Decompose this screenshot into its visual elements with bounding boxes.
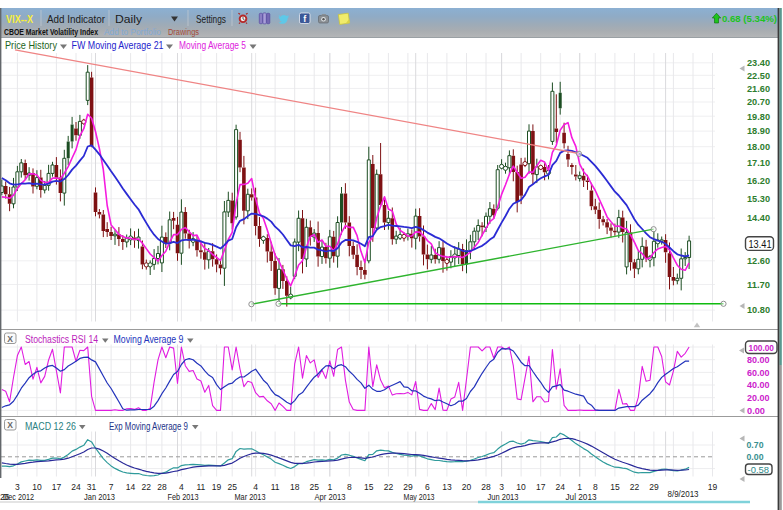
svg-text:X: X [7, 334, 13, 344]
svg-text:7: 7 [109, 482, 114, 492]
svg-text:40.00: 40.00 [747, 379, 770, 390]
svg-text:Mar 2013: Mar 2013 [235, 492, 266, 502]
svg-text:17: 17 [52, 482, 62, 492]
svg-text:CBOE Market Volatility Index: CBOE Market Volatility Index [4, 27, 98, 37]
svg-text:0.00: 0.00 [747, 452, 764, 462]
svg-text:6: 6 [425, 482, 430, 492]
svg-text:26: 26 [0, 492, 10, 502]
svg-text:10: 10 [32, 482, 42, 492]
svg-text:10.80: 10.80 [747, 304, 770, 315]
svg-text:Stochastics RSI 14: Stochastics RSI 14 [25, 334, 98, 345]
svg-text:Price History: Price History [5, 39, 57, 51]
svg-text:12.60: 12.60 [747, 255, 770, 266]
svg-text:22: 22 [630, 482, 640, 492]
svg-text:20: 20 [462, 482, 472, 492]
svg-text:4: 4 [179, 482, 184, 492]
svg-text:19: 19 [708, 482, 718, 492]
svg-text:FW Moving Average 21: FW Moving Average 21 [72, 39, 164, 51]
svg-text:-0.58: -0.58 [748, 465, 770, 475]
svg-text:20.70: 20.70 [747, 96, 770, 107]
svg-text:24: 24 [71, 482, 81, 492]
svg-text:22: 22 [384, 482, 394, 492]
svg-text:60.00: 60.00 [747, 367, 770, 378]
svg-text:23.40: 23.40 [747, 57, 770, 68]
svg-text:15: 15 [364, 482, 374, 492]
svg-text:1: 1 [327, 482, 332, 492]
svg-text:Add Indicator: Add Indicator [47, 13, 105, 25]
svg-text:18: 18 [290, 482, 300, 492]
svg-text:Settings: Settings [196, 13, 226, 25]
svg-text:28: 28 [481, 482, 491, 492]
svg-text:3: 3 [15, 482, 20, 492]
svg-text:15: 15 [610, 482, 620, 492]
svg-text:25: 25 [227, 482, 237, 492]
svg-text:17: 17 [536, 482, 546, 492]
svg-text:8: 8 [593, 482, 598, 492]
svg-text:Daily: Daily [115, 13, 143, 25]
svg-text:X: X [7, 420, 13, 430]
svg-text:13: 13 [442, 482, 452, 492]
svg-text:16.20: 16.20 [747, 175, 770, 186]
svg-text:20.00: 20.00 [747, 392, 770, 403]
svg-text:Drawings: Drawings [168, 27, 199, 37]
svg-text:14: 14 [126, 482, 136, 492]
svg-text:Apr 2013: Apr 2013 [315, 492, 346, 502]
svg-text:Moving Average 9: Moving Average 9 [114, 334, 184, 345]
svg-text:19.80: 19.80 [747, 111, 770, 122]
svg-text:Jul 2013: Jul 2013 [566, 492, 597, 502]
svg-text:1: 1 [577, 482, 582, 492]
svg-text:0.00: 0.00 [747, 405, 765, 416]
svg-text:22.50: 22.50 [747, 70, 770, 81]
svg-text:29: 29 [403, 482, 413, 492]
svg-text:Exp Moving Average 9: Exp Moving Average 9 [109, 421, 188, 432]
svg-text:15.30: 15.30 [747, 193, 770, 204]
svg-text:13.41: 13.41 [749, 239, 772, 250]
svg-text:100.00: 100.00 [749, 342, 775, 353]
svg-text:8: 8 [347, 482, 352, 492]
svg-text:25: 25 [309, 482, 319, 492]
svg-text:14.40: 14.40 [747, 212, 770, 223]
svg-text:VIX--X: VIX--X [6, 13, 34, 25]
svg-text:18.00: 18.00 [747, 141, 770, 152]
svg-text:11: 11 [271, 482, 280, 492]
svg-text:11: 11 [196, 482, 205, 492]
svg-text:21.60: 21.60 [747, 83, 770, 94]
svg-text:Moving Average 5: Moving Average 5 [179, 39, 246, 51]
svg-text:11.70: 11.70 [747, 279, 770, 290]
svg-text:17.10: 17.10 [747, 157, 770, 168]
svg-text:31: 31 [87, 482, 97, 492]
svg-text:24: 24 [555, 482, 565, 492]
svg-text:Jan 2013: Jan 2013 [84, 492, 115, 502]
svg-text:MACD 12 26: MACD 12 26 [25, 421, 76, 432]
svg-text:0.70: 0.70 [747, 440, 764, 450]
svg-text:May 2013: May 2013 [404, 492, 435, 502]
svg-text:28: 28 [157, 482, 167, 492]
svg-text:10: 10 [516, 482, 526, 492]
svg-text:0.68 (5.34%): 0.68 (5.34%) [722, 13, 777, 24]
svg-text:80.00: 80.00 [747, 354, 770, 365]
svg-text:22: 22 [142, 482, 152, 492]
svg-text:Jun 2013: Jun 2013 [488, 492, 519, 502]
svg-text:18.90: 18.90 [747, 125, 770, 136]
svg-text:3: 3 [499, 482, 504, 492]
svg-text:Feb 2013: Feb 2013 [168, 492, 199, 502]
svg-text:19: 19 [212, 482, 222, 492]
svg-text:8/9/2013: 8/9/2013 [668, 489, 699, 499]
svg-text:29: 29 [649, 482, 659, 492]
svg-text:4: 4 [253, 482, 258, 492]
svg-text:Add to Portfolio: Add to Portfolio [104, 27, 161, 37]
